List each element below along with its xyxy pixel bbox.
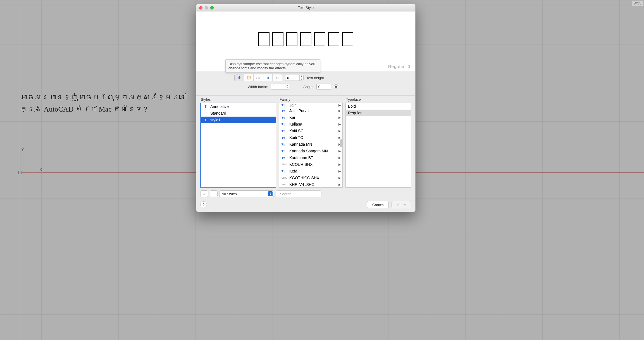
chevron-right-icon: ▶: [338, 109, 341, 113]
preview-glyph-box: [272, 32, 283, 46]
family-header: Family: [279, 97, 343, 101]
typeface-item[interactable]: Regular: [346, 110, 411, 116]
font-family-label: Kefa: [289, 169, 297, 173]
typeface-item[interactable]: Bold: [346, 103, 411, 110]
family-scroll-thumb[interactable]: [340, 139, 342, 147]
font-family-item[interactable]: TᴛKefa▶: [279, 168, 342, 174]
preview-glyph-box: [342, 32, 353, 46]
text-height-field[interactable]: ▲▼: [285, 75, 304, 81]
text-style-dialog: Text Style Regular 0 Displays sample tex…: [196, 4, 416, 212]
options-bar: ǝpɔ ▲▼ Text height Width factor: ▲▼ An: [196, 71, 415, 96]
truetype-font-icon: Tᴛ: [282, 136, 288, 139]
width-factor-label: Width factor:: [248, 85, 268, 89]
width-factor-field[interactable]: ▲▼: [271, 84, 289, 90]
shx-font-icon: SHX: [282, 176, 288, 179]
font-search-input[interactable]: [280, 192, 327, 196]
preview-tooltip: Displays sample text that changes dynami…: [225, 59, 320, 73]
font-family-item[interactable]: SHXKHELV-L.SHX▶: [279, 181, 342, 188]
annotative-toggle[interactable]: [235, 74, 244, 81]
style-filter-label: All Styles: [222, 192, 237, 196]
width-factor-input[interactable]: [271, 84, 285, 89]
preview-glyph-box: [258, 32, 269, 46]
chevron-right-icon: ▶: [338, 183, 341, 186]
shx-font-icon: SHX: [282, 183, 288, 186]
family-list[interactable]: TᴛJaini▶TᴛJaini Purva▶TᴛKai▶TᴛKailasa▶Tᴛ…: [279, 103, 343, 188]
styles-column: Styles AnnotativeStandard›style1: [200, 97, 276, 188]
match-orientation-toggle[interactable]: [244, 74, 254, 81]
typeface-list[interactable]: BoldRegular: [345, 103, 411, 188]
font-family-item[interactable]: TᴛJaini▶: [279, 103, 342, 107]
preview-area: Regular 0 Displays sample text that chan…: [196, 11, 415, 71]
width-factor-stepper[interactable]: ▲▼: [285, 84, 289, 89]
font-family-item[interactable]: TᴛKailasa▶: [279, 121, 342, 128]
style-item[interactable]: Annotative: [201, 103, 276, 110]
chevron-right-icon: ▶: [338, 136, 341, 140]
truetype-font-icon: Tᴛ: [282, 116, 288, 119]
use-bigfont-toggle[interactable]: ǝpɔ: [254, 74, 263, 81]
truetype-font-icon: Tᴛ: [282, 170, 288, 173]
font-family-item[interactable]: TᴛKai▶: [279, 114, 342, 121]
font-family-item[interactable]: SHXKGOTHICG.SHX▶: [279, 174, 342, 181]
angle-label: Angle:: [303, 85, 314, 89]
font-family-label: Jaini: [289, 103, 297, 107]
typeface-header: Typeface: [345, 97, 411, 101]
chevron-right-icon: ▶: [338, 156, 341, 160]
font-search-box[interactable]: [276, 190, 321, 197]
styles-header: Styles: [200, 97, 276, 101]
font-family-label: KHELV-L.SHX: [289, 182, 314, 187]
chevron-right-icon: ▶: [338, 129, 341, 133]
style-item-label: Standard: [210, 111, 226, 115]
chevron-right-icon: ▶: [338, 149, 341, 153]
truetype-font-icon: Tᴛ: [282, 123, 288, 126]
font-family-item[interactable]: TᴛKannada MN▶: [279, 141, 342, 148]
remove-style-button[interactable]: −: [210, 190, 218, 197]
text-height-stepper[interactable]: ▲▼: [299, 75, 303, 81]
angle-field[interactable]: [316, 84, 331, 90]
font-family-label: Kaiti SC: [289, 129, 304, 133]
annotative-icon: [203, 104, 208, 109]
styles-list[interactable]: AnnotativeStandard›style1: [200, 103, 276, 188]
style-filter-combo[interactable]: All Styles ▲▼: [219, 190, 274, 197]
typeface-column: Typeface BoldRegular: [345, 97, 411, 188]
angle-input[interactable]: [317, 84, 331, 89]
chevron-updown-icon: ▲▼: [268, 191, 273, 196]
style-item-label: Annotative: [210, 104, 229, 109]
font-family-label: Jaini Purva: [289, 108, 309, 113]
chevron-right-icon: ▶: [338, 163, 341, 166]
font-family-item[interactable]: TᴛJaini Purva▶: [279, 107, 342, 114]
font-family-label: Kaufmann BT: [289, 155, 313, 160]
angle-unit-radio[interactable]: [334, 84, 338, 89]
font-family-item[interactable]: TᴛKaiti SC▶: [279, 128, 342, 134]
text-height-input[interactable]: [285, 75, 299, 81]
truetype-font-icon: Tᴛ: [282, 143, 288, 146]
truetype-font-icon: Tᴛ: [282, 150, 288, 153]
style-flags-segment[interactable]: ǝpɔ: [234, 74, 282, 81]
titlebar[interactable]: Text Style: [196, 4, 415, 11]
style-item[interactable]: Standard: [201, 110, 276, 117]
chevron-right-icon: ▶: [338, 122, 341, 126]
below-lists-bar: + − All Styles ▲▼: [196, 189, 415, 199]
font-family-label: Kai: [289, 115, 295, 120]
vertical-toggle[interactable]: [263, 74, 273, 81]
font-family-item[interactable]: TᴛKaiti TC▶: [279, 134, 342, 141]
help-button[interactable]: ?: [200, 201, 207, 208]
preview-glyph-box: [328, 32, 339, 46]
style-item[interactable]: ›style1: [201, 117, 276, 123]
truetype-font-icon: Tᴛ: [282, 104, 288, 107]
text-height-label: Text height: [306, 76, 324, 80]
add-style-button[interactable]: +: [200, 190, 208, 197]
font-family-item[interactable]: TᴛKaufmann BT▶: [279, 154, 342, 161]
chevron-right-icon: ▶: [338, 176, 341, 180]
chevron-right-icon: ›: [203, 117, 208, 122]
upside-down-toggle[interactable]: [273, 74, 282, 81]
preview-glyph-box: [300, 32, 311, 46]
apply-button: Apply: [392, 201, 411, 208]
chevron-right-icon: ▶: [338, 103, 341, 107]
font-family-label: Kannada Sangam MN: [289, 149, 328, 153]
preview-glyph-box: [286, 32, 297, 46]
font-family-item[interactable]: SHXKCOUR.SHX▶: [279, 161, 342, 168]
font-family-label: Kailasa: [289, 122, 302, 126]
chevron-right-icon: ▶: [338, 116, 341, 119]
cancel-button[interactable]: Cancel: [367, 201, 389, 208]
font-family-item[interactable]: TᴛKannada Sangam MN▶: [279, 148, 342, 154]
